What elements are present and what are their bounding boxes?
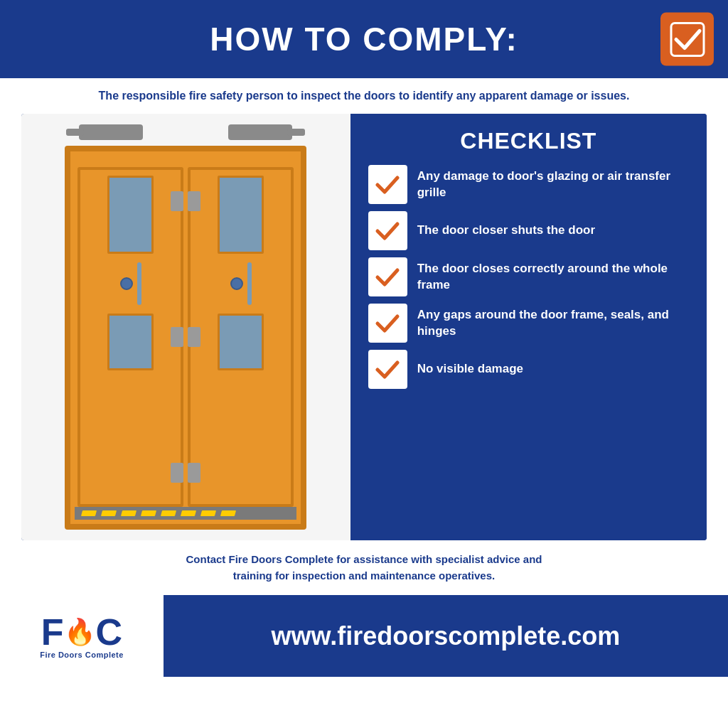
checklist-item-4: Any gaps around the door frame, seals, a… [368, 304, 689, 343]
door-panel-right [188, 167, 294, 507]
logo-f: F [41, 614, 64, 651]
floor-stripe [181, 510, 196, 516]
checklist-item-3: The door closes correctly around the who… [368, 257, 689, 296]
check-label-3: The door closes correctly around the who… [417, 261, 689, 292]
hinge [171, 327, 183, 347]
subtitle-bar: The responsible fire safety person to in… [0, 78, 728, 114]
hinge [188, 463, 200, 483]
door-window-top-left [107, 176, 154, 254]
check-box-5 [368, 350, 407, 389]
door-closer-right [228, 124, 292, 140]
logo-fdc-text: F 🔥 C [41, 614, 122, 651]
website-url: www.firedoorscomplete.com [272, 621, 621, 651]
floor-stripe [141, 510, 156, 516]
website-section: www.firedoorscomplete.com [164, 595, 728, 677]
check-icon-2 [375, 218, 400, 244]
checklist-items: Any damage to door's glazing or air tran… [368, 165, 689, 389]
door-floor [75, 507, 296, 520]
header: HOW TO COMPLY: [0, 0, 728, 78]
check-icon-1 [375, 172, 400, 198]
check-box-2 [368, 211, 407, 250]
check-icon-3 [375, 264, 400, 290]
door-illustration-section [21, 114, 350, 540]
footer-text-bar: Contact Fire Doors Complete for assistan… [0, 540, 728, 595]
logo-subtitle: Fire Doors Complete [40, 651, 124, 659]
door-window-bottom-right [218, 314, 264, 370]
door-knob-left [120, 277, 133, 290]
logo-block: F 🔥 C Fire Doors Complete [40, 614, 124, 659]
hinge [171, 463, 183, 483]
main-content: CHECKLIST Any damage to door's glazing o… [21, 114, 707, 540]
check-box-3 [368, 257, 407, 296]
door-window-bottom-left [107, 314, 154, 370]
handle-bar-right [247, 262, 252, 305]
hinge [188, 327, 200, 347]
floor-stripe [220, 510, 236, 516]
floor-stripe [200, 510, 216, 516]
checkmark-icon [670, 21, 705, 57]
floor-stripe [81, 510, 97, 516]
logo-flame-icon: 🔥 [64, 619, 96, 645]
check-label-4: Any gaps around the door frame, seals, a… [417, 307, 689, 338]
check-icon-5 [375, 357, 400, 382]
hinge [188, 191, 200, 211]
subtitle-text: The responsible fire safety person to in… [28, 90, 700, 102]
checklist-item-1: Any damage to door's glazing or air tran… [368, 165, 689, 204]
door-panel-left [77, 167, 183, 507]
checklist-item-5: No visible damage [368, 350, 689, 389]
door-knob-right [230, 277, 243, 290]
check-box-1 [368, 165, 407, 204]
footer-text: Contact Fire Doors Complete for assistan… [28, 552, 700, 584]
page-title: HOW TO COMPLY: [210, 20, 518, 58]
logo-c: C [96, 614, 123, 651]
floor-stripe [161, 510, 176, 516]
door-closer-left [79, 124, 143, 140]
door-handle-left [120, 262, 141, 305]
checklist-item-2: The door closer shuts the door [368, 211, 689, 250]
check-box-4 [368, 304, 407, 343]
door-panels [77, 167, 294, 507]
checklist-section: CHECKLIST Any damage to door's glazing o… [350, 114, 707, 540]
check-label-2: The door closer shuts the door [417, 223, 595, 238]
checklist-title: CHECKLIST [368, 128, 689, 154]
check-label-5: No visible damage [417, 361, 523, 377]
check-label-1: Any damage to door's glazing or air tran… [417, 168, 689, 200]
floor-stripe [101, 510, 117, 516]
handle-bar-left [137, 262, 141, 305]
door-frame [65, 146, 306, 530]
header-icon-box [660, 13, 714, 66]
floor-stripe [121, 510, 136, 516]
check-icon-4 [375, 311, 400, 336]
hinge [171, 191, 183, 211]
bottom-bar: F 🔥 C Fire Doors Complete www.firedoorsc… [0, 595, 728, 677]
door-handle-right [230, 262, 252, 305]
logo-section: F 🔥 C Fire Doors Complete [0, 595, 164, 677]
door-window-top-right [218, 176, 264, 254]
door-closers [79, 124, 292, 140]
